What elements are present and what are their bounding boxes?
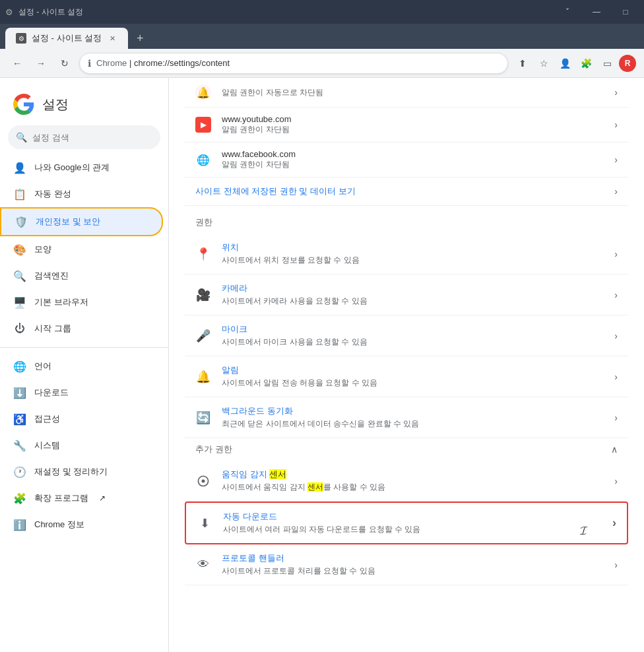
- youtube-icon: ▶: [195, 117, 211, 133]
- sidebar-item-download[interactable]: ⬇️다운로드: [0, 379, 163, 406]
- notification-title: 알림: [222, 364, 604, 376]
- facebook-url: www.facebook.com: [222, 149, 604, 159]
- chevron-icon: ›: [614, 119, 618, 130]
- mic-text: 마이크 사이트에서 마이크 사용을 요청할 수 있음: [222, 323, 604, 348]
- privacy-nav-icon: 🛡️: [15, 215, 28, 228]
- sidebar-item-search[interactable]: 🔍검색엔진: [0, 263, 163, 289]
- google-logo-icon: [13, 94, 34, 115]
- sync-desc: 최근에 닫은 사이트에서 데이터 송수신을 완료할 수 있음: [222, 418, 604, 430]
- titlebar-tab-title: 설정 - 사이트 설정: [18, 7, 83, 18]
- tab-favicon: ⚙: [16, 33, 26, 44]
- permission-protocol-handler[interactable]: 👁 프로토콜 핸들러 사이트에서 프로토콜 처리를 요청할 수 있음 ›: [185, 544, 628, 585]
- mic-desc: 사이트에서 마이크 사용을 요청할 수 있음: [222, 337, 604, 348]
- sidebar-item-extensions[interactable]: 🧩확장 프로그램↗: [0, 485, 163, 511]
- reload-button[interactable]: ↻: [55, 54, 74, 73]
- sidebar-item-label-extensions: 확장 프로그램: [34, 492, 88, 504]
- new-tab-button[interactable]: +: [131, 29, 149, 48]
- extensions-button[interactable]: 🧩: [577, 54, 595, 73]
- sidebar-item-browser[interactable]: 🖥️기본 브라우저: [0, 289, 163, 315]
- auto-blocked-text: 알림 권한이 자동으로 차단됨: [222, 87, 604, 98]
- titlebar: ⚙ 설정 - 사이트 설정 ˅ — □: [0, 0, 644, 24]
- site-item-youtube[interactable]: ▶ www.youtube.com 알림 권한이 차단됨 ›: [185, 108, 628, 143]
- mic-chevron: ›: [614, 331, 618, 341]
- sidebar-toggle-button[interactable]: ▭: [598, 54, 616, 73]
- permission-camera[interactable]: 🎥 카메라 사이트에서 카메라 사용을 요청할 수 있음 ›: [185, 275, 628, 315]
- tab-title-text: 설정 - 사이트 설정: [32, 32, 102, 44]
- nav-divider: [0, 347, 168, 348]
- sidebar-item-language[interactable]: 🌐언어: [0, 353, 163, 379]
- notification-desc: 사이트에서 알림 전송 허용을 요청할 수 있음: [222, 377, 604, 389]
- motion-desc: 사이트에서 움직임 감지 센서를 사용할 수 있음: [222, 482, 604, 493]
- sidebar-item-startup[interactable]: ⏻시작 그룹: [0, 315, 163, 342]
- mic-title: 마이크: [222, 323, 604, 335]
- forward-button[interactable]: →: [32, 54, 50, 73]
- maximize-button[interactable]: □: [612, 3, 639, 21]
- view-all-chevron: ›: [614, 186, 618, 197]
- permission-background-sync[interactable]: 🔄 백그라운드 동기화 최근에 닫은 사이트에서 데이터 송수신을 완료할 수 …: [185, 397, 628, 438]
- google-nav-icon: 👤: [13, 161, 26, 174]
- toolbar-right: ⬆ ☆ 👤 🧩 ▭ R: [513, 54, 636, 73]
- facebook-icon: 🌐: [195, 152, 211, 168]
- location-desc: 사이트에서 위치 정보를 요청할 수 있음: [222, 255, 604, 266]
- download-desc: 사이트에서 여러 파일의 자동 다운로드를 요청할 수 있음: [223, 524, 602, 535]
- sidebar-item-privacy[interactable]: 🛡️개인정보 및 보안: [0, 207, 163, 236]
- motion-chevron: ›: [614, 476, 618, 486]
- permission-motion-sensor[interactable]: 움직임 감지 센서 사이트에서 움직임 감지 센서를 사용할 수 있음 ›: [185, 461, 628, 502]
- view-all-text: 사이트 전체에 저장된 권한 및 데이터 보기: [195, 185, 614, 197]
- motion-title: 움직임 감지 센서: [222, 469, 604, 480]
- sidebar-item-reset[interactable]: 🕐재설정 및 정리하기: [0, 459, 163, 485]
- sidebar-item-label-reset: 재설정 및 정리하기: [34, 466, 108, 478]
- settings-title: 설정: [42, 96, 69, 114]
- sync-title: 백그라운드 동기화: [222, 405, 604, 417]
- sidebar-item-system[interactable]: 🔧시스템: [0, 432, 163, 459]
- settings-container: 설정 🔍 👤나와 Google의 관계📋자동 완성🛡️개인정보 및 보안🎨모양🔍…: [0, 78, 644, 652]
- sidebar-item-label-search: 검색엔진: [34, 270, 69, 282]
- sidebar-item-google[interactable]: 👤나와 Google의 관계: [0, 154, 163, 181]
- back-button[interactable]: ←: [8, 54, 26, 73]
- language-nav-icon: 🌐: [13, 360, 26, 373]
- sidebar-item-appearance[interactable]: 🎨모양: [0, 236, 163, 263]
- tab-close-button[interactable]: ✕: [107, 33, 117, 44]
- settings-search-input[interactable]: [32, 133, 152, 143]
- sync-icon: 🔄: [195, 410, 211, 426]
- permission-notifications[interactable]: 🔔 알림 사이트에서 알림 전송 허용을 요청할 수 있음 ›: [185, 356, 628, 397]
- sidebar-item-label-download: 다운로드: [34, 387, 69, 399]
- bookmark-button[interactable]: ☆: [534, 54, 553, 73]
- protocol-text: 프로토콜 핸들러 사이트에서 프로토콜 처리를 요청할 수 있음: [222, 552, 604, 577]
- sidebar-item-about[interactable]: ℹ️Chrome 정보: [0, 511, 163, 538]
- search-icon: 🔍: [16, 132, 27, 143]
- settings-search-box[interactable]: 🔍: [8, 125, 160, 149]
- collapse-icon: ∧: [611, 444, 618, 455]
- address-bar[interactable]: ℹ Chrome | chrome://settings/content: [79, 53, 508, 74]
- camera-chevron: ›: [614, 290, 618, 300]
- facebook-status: 알림 권한이 차단됨: [222, 159, 604, 170]
- site-item-facebook[interactable]: 🌐 www.facebook.com 알림 권한이 차단됨 ›: [185, 143, 628, 178]
- permission-auto-download[interactable]: ⬇ 자동 다운로드 사이트에서 여러 파일의 자동 다운로드를 요청할 수 있음…: [185, 502, 628, 544]
- auto-blocked-desc: 알림 권한이 자동으로 차단됨: [222, 87, 604, 98]
- sidebar-item-label-startup: 시작 그룹: [34, 323, 71, 335]
- share-button[interactable]: ⬆: [513, 54, 532, 73]
- additional-heading: 추가 권한: [195, 443, 232, 455]
- address-text: Chrome | chrome://settings/content: [96, 58, 230, 68]
- notification-text: 알림 사이트에서 알림 전송 허용을 요청할 수 있음: [222, 364, 604, 389]
- minimize-button2[interactable]: —: [583, 3, 610, 21]
- sidebar-item-accessibility[interactable]: ♿접근성: [0, 406, 163, 432]
- youtube-url: www.youtube.com: [222, 114, 604, 124]
- mic-icon: 🎤: [195, 328, 211, 344]
- browser-toolbar: ← → ↻ ℹ Chrome | chrome://settings/conte…: [0, 49, 644, 78]
- location-text: 위치 사이트에서 위치 정보를 요청할 수 있음: [222, 242, 604, 266]
- active-tab[interactable]: ⚙ 설정 - 사이트 설정 ✕: [5, 28, 128, 49]
- auto-blocked-notification[interactable]: 🔔 알림 권한이 자동으로 차단됨 ›: [185, 78, 628, 108]
- view-all-link[interactable]: 사이트 전체에 저장된 권한 및 데이터 보기 ›: [185, 178, 628, 206]
- search-nav-icon: 🔍: [13, 269, 26, 282]
- permission-location[interactable]: 📍 위치 사이트에서 위치 정보를 요청할 수 있음 ›: [185, 234, 628, 275]
- location-chevron: ›: [614, 249, 618, 259]
- sidebar-item-autofill[interactable]: 📋자동 완성: [0, 181, 163, 207]
- main-content: 🔔 알림 권한이 자동으로 차단됨 › ▶ www.youtube.com 알림…: [169, 78, 644, 652]
- sidebar-item-label-about: Chrome 정보: [34, 519, 84, 531]
- user-avatar[interactable]: R: [619, 55, 636, 72]
- permission-mic[interactable]: 🎤 마이크 사이트에서 마이크 사용을 요청할 수 있음 ›: [185, 315, 628, 356]
- additional-permissions-heading-row[interactable]: 추가 권한 ∧: [185, 438, 628, 461]
- user-profile-button[interactable]: 👤: [556, 54, 574, 73]
- minimize-button[interactable]: ˅: [554, 3, 581, 21]
